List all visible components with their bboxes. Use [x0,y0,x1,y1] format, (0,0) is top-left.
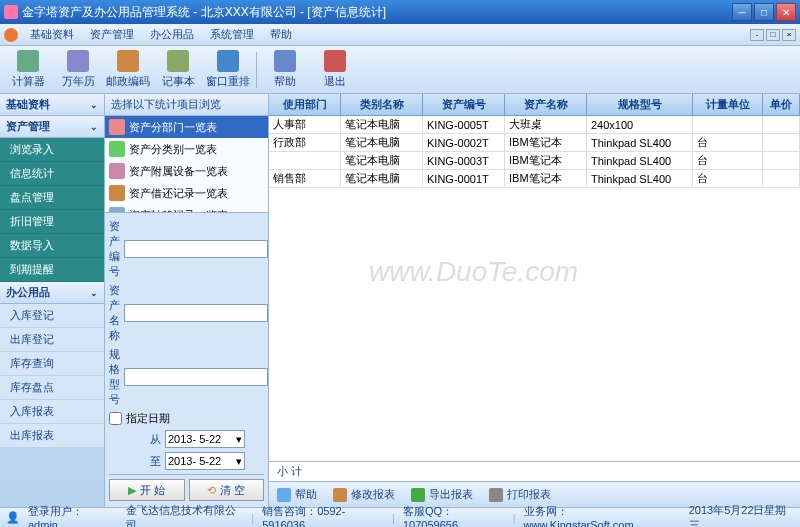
filter-name-input[interactable] [124,304,268,322]
sidebar-item[interactable]: 折旧管理 [0,210,104,234]
grid-column-header[interactable]: 类别名称 [341,94,423,115]
grid-column-header[interactable]: 资产编号 [423,94,505,115]
mdi-minimize-button[interactable]: - [750,29,764,41]
sidebar-item[interactable]: 数据导入 [0,234,104,258]
grid-column-header[interactable]: 单价 [763,94,800,115]
sidebar-item[interactable]: 库存查询 [0,352,104,376]
grid-column-header[interactable]: 计量单位 [693,94,763,115]
chevron-icon: ⌄ [90,288,98,298]
table-cell: 销售部 [269,170,341,187]
table-cell: 台 [693,134,763,151]
modify-action-button[interactable]: 修改报表 [333,487,395,502]
filter-code-input[interactable] [124,240,268,258]
start-button[interactable]: ▶开 始 [109,479,185,501]
maximize-button[interactable]: □ [754,3,774,21]
date-from-input[interactable]: 2013- 5-22▾ [165,430,245,448]
tree-header: 选择以下统计项目浏览 [105,94,268,116]
date-to-input[interactable]: 2013- 5-22▾ [165,452,245,470]
status-site: 业务网：www.KingstarSoft.com [524,504,673,527]
help-action-button[interactable]: 帮助 [277,487,317,502]
table-cell: 笔记本电脑 [341,170,423,187]
tree-item[interactable]: 资产分部门一览表 [105,116,268,138]
table-cell [763,134,800,151]
tree-item[interactable]: 资产分类别一览表 [105,138,268,160]
menu-item[interactable]: 系统管理 [202,25,262,44]
menu-item[interactable]: 帮助 [262,25,300,44]
sidebar-group-title: 办公用品 [6,285,50,300]
grid-body[interactable]: www.DuoTe.com 人事部笔记本电脑KING-0005T大班桌240x1… [269,116,800,461]
tree-item[interactable]: 资产借还记录一览表 [105,182,268,204]
grid-column-header[interactable]: 资产名称 [505,94,587,115]
export-action-button[interactable]: 导出报表 [411,487,473,502]
sidebar-item[interactable]: 盘点管理 [0,186,104,210]
tool-label: 邮政编码 [106,74,150,89]
sidebar-item[interactable]: 出库报表 [0,424,104,448]
grid-header: 使用部门类别名称资产编号资产名称规格型号计量单位单价 [269,94,800,116]
filter-model-input[interactable] [124,368,268,386]
post-tool-button[interactable]: 邮政编码 [104,49,152,91]
tree-panel: 选择以下统计项目浏览 资产分部门一览表资产分类别一览表资产附属设备一览表资产借还… [105,94,269,507]
table-cell: 笔记本电脑 [341,116,423,133]
menu-app-icon [4,28,18,42]
table-cell: 大班桌 [505,116,587,133]
help-icon [274,50,296,72]
tree-item[interactable]: 资产转移记录一览表 [105,204,268,212]
date-from-label: 从 [109,432,161,447]
sidebar-item[interactable]: 浏览录入 [0,138,104,162]
table-row[interactable]: 行政部笔记本电脑KING-0002TIBM笔记本Thinkpad SL400台 [269,134,800,152]
print-icon [489,488,503,502]
status-user-icon: 👤 [6,511,20,524]
window-title: 金字塔资产及办公用品管理系统 - 北京XXX有限公司 - [资产信息统计] [22,4,732,21]
table-row[interactable]: 笔记本电脑KING-0003TIBM笔记本Thinkpad SL400台 [269,152,800,170]
main-area: 基础资料⌄资产管理⌄浏览录入信息统计盘点管理折旧管理数据导入到期提醒办公用品⌄入… [0,94,800,507]
sidebar-item[interactable]: 信息统计 [0,162,104,186]
table-cell: 台 [693,152,763,169]
tool-label: 帮助 [274,74,296,89]
grid-column-header[interactable]: 规格型号 [587,94,693,115]
minimize-button[interactable]: ─ [732,3,752,21]
sidebar-item[interactable]: 到期提醒 [0,258,104,282]
sidebar-group-header[interactable]: 资产管理⌄ [0,116,104,138]
calc-tool-button[interactable]: 计算器 [4,49,52,91]
note-tool-button[interactable]: 记事本 [154,49,202,91]
sidebar-group-header[interactable]: 办公用品⌄ [0,282,104,304]
mdi-close-button[interactable]: × [782,29,796,41]
table-cell: 行政部 [269,134,341,151]
table-row[interactable]: 人事部笔记本电脑KING-0005T大班桌240x100 [269,116,800,134]
clear-button[interactable]: ⟲清 空 [189,479,265,501]
grid-footer-subtotal: 小 计 [269,461,800,481]
table-row[interactable]: 销售部笔记本电脑KING-0001TIBM笔记本Thinkpad SL400台 [269,170,800,188]
note-icon [167,50,189,72]
calc-icon [17,50,39,72]
tree-item-icon [109,119,125,135]
menu-item[interactable]: 基础资料 [22,25,82,44]
sidebar-item[interactable]: 出库登记 [0,328,104,352]
menu-item[interactable]: 资产管理 [82,25,142,44]
table-cell: 人事部 [269,116,341,133]
table-cell: 240x100 [587,116,693,133]
mdi-restore-button[interactable]: □ [766,29,780,41]
print-action-button[interactable]: 打印报表 [489,487,551,502]
exit-tool-button[interactable]: 退出 [311,49,359,91]
cascade-tool-button[interactable]: 窗口重排 [204,49,252,91]
exit-icon [324,50,346,72]
filter-model-label: 规格型号 [109,347,120,407]
tool-label: 退出 [324,74,346,89]
help-tool-button[interactable]: 帮助 [261,49,309,91]
sidebar-group-header[interactable]: 基础资料⌄ [0,94,104,116]
date-checkbox[interactable] [109,412,122,425]
table-cell: KING-0005T [423,116,505,133]
close-button[interactable]: ✕ [776,3,796,21]
table-cell [763,116,800,133]
table-cell: KING-0001T [423,170,505,187]
cal-tool-button[interactable]: 万年历 [54,49,102,91]
sidebar: 基础资料⌄资产管理⌄浏览录入信息统计盘点管理折旧管理数据导入到期提醒办公用品⌄入… [0,94,105,507]
tree-item[interactable]: 资产附属设备一览表 [105,160,268,182]
sidebar-item[interactable]: 入库登记 [0,304,104,328]
menu-item[interactable]: 办公用品 [142,25,202,44]
action-label: 导出报表 [429,487,473,502]
sidebar-item[interactable]: 入库报表 [0,400,104,424]
sidebar-item[interactable]: 库存盘点 [0,376,104,400]
chevron-icon: ⌄ [90,122,98,132]
grid-column-header[interactable]: 使用部门 [269,94,341,115]
